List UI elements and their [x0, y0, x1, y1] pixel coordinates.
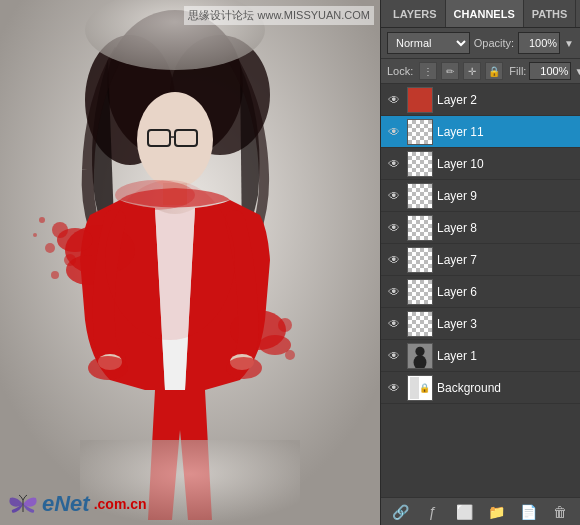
canvas-image [0, 0, 380, 525]
svg-point-13 [45, 243, 55, 253]
layer-visibility-toggle[interactable]: 👁 [385, 91, 403, 109]
svg-point-12 [52, 222, 68, 238]
delete-layer-button[interactable]: 🗑 [549, 502, 571, 522]
watermark: 思缘设计论坛 www.MISSYUAN.COM [184, 6, 374, 25]
layer-thumbnail [407, 119, 433, 145]
layer-item[interactable]: 👁 🔒 Background [381, 372, 580, 404]
add-mask-button[interactable]: ⬜ [454, 502, 476, 522]
layer-visibility-toggle[interactable]: 👁 [385, 155, 403, 173]
fill-section: Fill: ▼ [509, 62, 580, 80]
tab-channels[interactable]: CHANNELS [446, 0, 524, 27]
panel-menu-button[interactable]: ≡ [576, 6, 580, 22]
layer-thumbnail [407, 215, 433, 241]
layer-name: Layer 7 [437, 253, 576, 267]
svg-point-29 [105, 180, 235, 340]
layers-list: 👁 Layer 2 👁 Layer 11 👁 Layer 10 👁 Laye [381, 84, 580, 497]
panel-bottom-toolbar: 🔗 ƒ ⬜ 📁 📄 🗑 [381, 497, 580, 525]
layer-item[interactable]: 👁 Layer 7 [381, 244, 580, 276]
layer-name: Layer 2 [437, 93, 576, 107]
svg-point-25 [88, 356, 128, 380]
lock-all-btn[interactable]: 🔒 [485, 62, 503, 80]
brand-com: .com.cn [94, 496, 147, 512]
layer-thumbnail [407, 151, 433, 177]
svg-point-26 [226, 357, 262, 379]
butterfly-icon [8, 492, 38, 516]
tab-layers[interactable]: LAYERS [385, 0, 446, 27]
layer-thumbnail [407, 343, 433, 369]
app-window: 思缘设计论坛 www.MISSYUAN.COM eNet .com.cn LAY… [0, 0, 580, 525]
fill-input[interactable] [529, 62, 571, 80]
brand-enet: eNet [42, 491, 90, 517]
tab-paths[interactable]: PATHS [524, 0, 577, 27]
layer-item[interactable]: 👁 Layer 1 [381, 340, 580, 372]
layer-visibility-toggle[interactable]: 👁 [385, 219, 403, 237]
lock-label: Lock: [387, 65, 413, 77]
svg-point-15 [39, 217, 45, 223]
layer-item[interactable]: 👁 Layer 8 [381, 212, 580, 244]
svg-point-16 [33, 233, 37, 237]
layer-item[interactable]: 👁 Layer 9 [381, 180, 580, 212]
opacity-label: Opacity: [474, 37, 514, 49]
opacity-input[interactable] [518, 32, 560, 54]
layer-thumbnail [407, 87, 433, 113]
lock-pixels-btn[interactable]: ✏ [441, 62, 459, 80]
new-layer-button[interactable]: 📄 [517, 502, 539, 522]
link-layers-button[interactable]: 🔗 [390, 502, 412, 522]
svg-point-17 [51, 271, 59, 279]
layer-name: Layer 10 [437, 157, 576, 171]
layer-visibility-toggle[interactable]: 👁 [385, 251, 403, 269]
blend-row: Normal Multiply Screen Overlay Opacity: … [381, 28, 580, 59]
layer-name: Layer 1 [437, 349, 576, 363]
svg-point-21 [285, 350, 295, 360]
layers-panel: LAYERS CHANNELS PATHS ≡ Normal Multiply … [380, 0, 580, 525]
canvas-area: 思缘设计论坛 www.MISSYUAN.COM eNet .com.cn [0, 0, 380, 525]
layer-name: Layer 3 [437, 317, 576, 331]
blend-mode-select[interactable]: Normal Multiply Screen Overlay [387, 32, 470, 54]
new-group-button[interactable]: 📁 [485, 502, 507, 522]
layer-visibility-toggle[interactable]: 👁 [385, 315, 403, 333]
add-style-button[interactable]: ƒ [422, 502, 444, 522]
layer-visibility-toggle[interactable]: 👁 [385, 347, 403, 365]
layer-thumbnail [407, 279, 433, 305]
layer-thumbnail [407, 311, 433, 337]
lock-transparent-btn[interactable]: ⋮ [419, 62, 437, 80]
layer-visibility-toggle[interactable]: 👁 [385, 283, 403, 301]
svg-point-20 [278, 318, 292, 332]
opacity-dropdown-arrow[interactable]: ▼ [564, 38, 574, 49]
layer-name: Layer 8 [437, 221, 576, 235]
layer-thumbnail [407, 247, 433, 273]
layer-name: Background [437, 381, 576, 395]
layer-visibility-toggle[interactable]: 👁 [385, 379, 403, 397]
layer-item[interactable]: 👁 Layer 11 [381, 116, 580, 148]
layer-item[interactable]: 👁 Layer 6 [381, 276, 580, 308]
layer-visibility-toggle[interactable]: 👁 [385, 123, 403, 141]
svg-point-32 [415, 346, 424, 355]
panel-tabs: LAYERS CHANNELS PATHS ≡ [381, 0, 580, 28]
layer-item[interactable]: 👁 Layer 3 [381, 308, 580, 340]
branding: eNet .com.cn [8, 491, 147, 517]
layer-item[interactable]: 👁 Layer 10 [381, 148, 580, 180]
layer-name: Layer 6 [437, 285, 576, 299]
layer-item[interactable]: 👁 Layer 2 [381, 84, 580, 116]
layer-thumbnail: 🔒 [407, 375, 433, 401]
svg-point-14 [64, 254, 76, 266]
layer-name: Layer 11 [437, 125, 576, 139]
fill-dropdown-arrow[interactable]: ▼ [574, 66, 580, 77]
lock-row: Lock: ⋮ ✏ ✛ 🔒 Fill: ▼ [381, 59, 580, 84]
lock-icons: ⋮ ✏ ✛ 🔒 [419, 62, 503, 80]
fill-label: Fill: [509, 65, 526, 77]
layer-name: Layer 9 [437, 189, 576, 203]
lock-position-btn[interactable]: ✛ [463, 62, 481, 80]
layer-visibility-toggle[interactable]: 👁 [385, 187, 403, 205]
layer-thumbnail [407, 183, 433, 209]
